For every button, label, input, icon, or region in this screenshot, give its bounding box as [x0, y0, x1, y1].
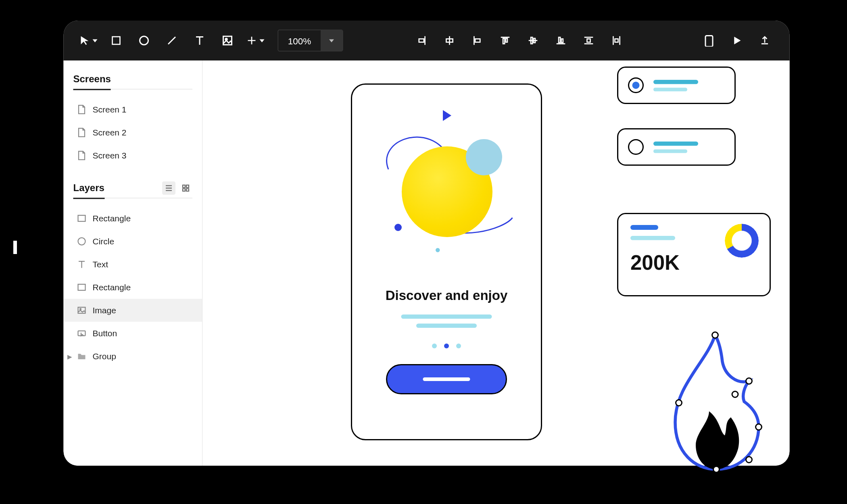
circle-icon	[77, 237, 87, 246]
layer-label: Rectangle	[93, 214, 131, 223]
radio-icon[interactable]	[628, 139, 644, 155]
zoom-value[interactable]: 100%	[278, 35, 321, 46]
svg-rect-18	[559, 37, 560, 43]
svg-rect-22	[587, 39, 590, 42]
layer-item-rectangle[interactable]: Rectangle	[64, 276, 202, 299]
distribute-v-icon[interactable]	[575, 27, 603, 54]
upload-icon[interactable]	[751, 27, 779, 54]
line-tool[interactable]	[158, 27, 186, 54]
page-dot-current[interactable]	[444, 344, 449, 348]
stat-card[interactable]: 200K	[617, 213, 771, 296]
sidebar: Screens Screen 1 Screen 2 Screen 3 Layer…	[64, 60, 203, 466]
layer-label: Rectangle	[93, 283, 131, 292]
vector-node[interactable]	[746, 378, 752, 384]
svg-rect-31	[186, 185, 189, 187]
ellipse-tool[interactable]	[130, 27, 158, 54]
phone-mockup[interactable]: Discover and enjoy	[351, 83, 542, 440]
screen-item[interactable]: Screen 1	[64, 98, 202, 121]
select-tool[interactable]	[75, 27, 102, 54]
svg-point-38	[80, 308, 81, 310]
text-placeholder	[416, 324, 477, 328]
rect-icon	[77, 283, 87, 292]
zoom-control[interactable]: 100%	[278, 30, 343, 52]
radio-selected-icon[interactable]	[628, 77, 644, 93]
align-left-icon[interactable]	[463, 27, 491, 54]
layer-label: Image	[93, 306, 116, 315]
tools-left	[75, 27, 269, 54]
blue-dot	[394, 224, 402, 231]
vector-shape-selected[interactable]	[664, 331, 767, 474]
option-card[interactable]	[617, 128, 736, 166]
align-top-icon[interactable]	[491, 27, 519, 54]
image-icon	[77, 306, 87, 315]
vector-node[interactable]	[756, 424, 762, 430]
align-v-center-icon[interactable]	[519, 27, 547, 54]
text-icon	[77, 260, 87, 269]
layers-header: Layers	[73, 178, 193, 198]
vector-node[interactable]	[732, 392, 738, 398]
layer-label: Circle	[93, 237, 115, 246]
svg-rect-33	[186, 188, 189, 191]
svg-rect-0	[113, 37, 120, 44]
option-card-selected[interactable]	[617, 67, 736, 104]
layer-item-circle[interactable]: Circle	[64, 230, 202, 253]
illustration	[352, 103, 541, 284]
list-view-icon[interactable]	[162, 181, 175, 194]
screen-label: Screen 1	[93, 105, 127, 115]
align-h-center-icon[interactable]	[436, 27, 463, 54]
svg-rect-13	[506, 38, 507, 42]
svg-rect-12	[503, 38, 505, 44]
layers-list: Rectangle Circle Text Rectangle Image	[64, 203, 202, 379]
vector-node[interactable]	[746, 457, 752, 463]
svg-rect-10	[475, 39, 480, 42]
add-tool[interactable]	[242, 27, 269, 54]
layer-label: Group	[93, 352, 116, 361]
donut-chart-icon	[725, 224, 759, 258]
svg-rect-36	[78, 284, 86, 290]
screen-item[interactable]: Screen 3	[64, 144, 202, 167]
align-bottom-icon[interactable]	[547, 27, 575, 54]
top-toolbar: 100%	[64, 21, 790, 60]
rect-icon	[77, 214, 87, 223]
text-placeholder	[401, 314, 492, 319]
layer-item-image[interactable]: Image	[64, 299, 202, 322]
layer-label: Button	[93, 329, 117, 338]
play-icon[interactable]	[723, 27, 751, 54]
vector-node[interactable]	[676, 400, 682, 406]
screen-item[interactable]: Screen 2	[64, 121, 202, 144]
layers-title: Layers	[73, 182, 104, 193]
layer-item-button[interactable]: Button	[64, 322, 202, 345]
distribute-h-icon[interactable]	[603, 27, 630, 54]
vector-node[interactable]	[713, 467, 720, 473]
zoom-dropdown[interactable]	[321, 30, 342, 51]
screens-header: Screens	[73, 69, 193, 90]
page-icon	[77, 151, 87, 160]
svg-point-35	[78, 238, 86, 245]
device-preview-icon[interactable]	[695, 27, 723, 54]
screen-label: Screen 3	[93, 151, 127, 160]
image-tool[interactable]	[214, 27, 242, 54]
text-tool[interactable]	[186, 27, 214, 54]
page-dot[interactable]	[432, 344, 437, 348]
layer-item-rectangle[interactable]: Rectangle	[64, 207, 202, 230]
page-dots[interactable]	[432, 344, 461, 348]
lightblue-circle	[466, 139, 502, 175]
svg-rect-37	[78, 307, 86, 313]
folder-icon	[77, 352, 87, 361]
chevron-right-icon[interactable]: ▶	[67, 353, 72, 360]
option-text	[653, 141, 698, 153]
vector-node[interactable]	[712, 332, 718, 338]
layer-item-text[interactable]: Text	[64, 253, 202, 276]
screens-list: Screen 1 Screen 2 Screen 3	[64, 94, 202, 178]
grid-view-icon[interactable]	[179, 181, 192, 194]
cta-button[interactable]	[386, 364, 507, 394]
page-dot[interactable]	[456, 344, 461, 348]
align-right-icon[interactable]	[408, 27, 436, 54]
screen-label: Screen 2	[93, 128, 127, 137]
mockup-headline: Discover and enjoy	[386, 288, 508, 304]
svg-line-2	[168, 37, 175, 44]
svg-point-1	[140, 36, 148, 45]
layer-item-group[interactable]: ▶ Group	[64, 345, 202, 368]
svg-rect-25	[615, 39, 618, 42]
rectangle-tool[interactable]	[102, 27, 130, 54]
